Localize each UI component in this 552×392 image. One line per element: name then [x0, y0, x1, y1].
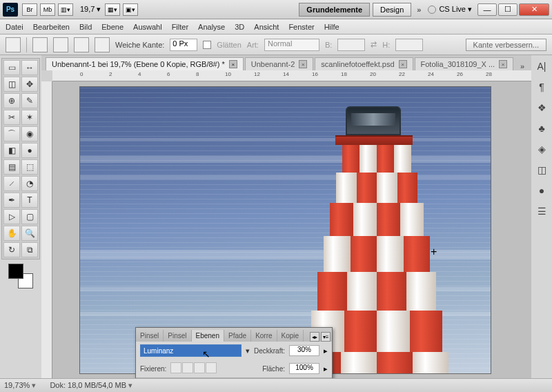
- antialias-checkbox[interactable]: [203, 41, 211, 49]
- window-maximize[interactable]: ☐: [498, 3, 518, 16]
- fill-slider-icon[interactable]: ▸: [324, 364, 328, 373]
- opacity-slider-icon[interactable]: ▸: [324, 346, 328, 355]
- menubar: Datei Bearbeiten Bild Ebene Auswahl Filt…: [0, 19, 552, 35]
- tool-10[interactable]: ◧: [3, 143, 20, 158]
- panel-tab-korre[interactable]: Korre: [251, 330, 277, 342]
- tool-5[interactable]: ✎: [21, 93, 38, 108]
- doc-tab-4[interactable]: Fotolia_3018109_X ...×: [415, 57, 514, 70]
- feather-input[interactable]: 0 Px: [170, 39, 197, 51]
- menu-hilfe[interactable]: Hilfe: [324, 23, 339, 31]
- app-logo[interactable]: Ps: [3, 3, 18, 17]
- tool-6[interactable]: ✂: [3, 110, 20, 125]
- tool-16[interactable]: ✒: [3, 193, 20, 208]
- fill-input[interactable]: 100%: [289, 363, 319, 374]
- right-icon-1[interactable]: ¶: [534, 80, 549, 94]
- menu-datei[interactable]: Datei: [6, 23, 23, 31]
- cs-live-button[interactable]: CS Live ▾: [428, 5, 472, 14]
- dropdown-arrow-icon[interactable]: ▾: [246, 346, 250, 355]
- workspace-more[interactable]: »: [414, 6, 424, 14]
- menu-bild[interactable]: Bild: [79, 23, 92, 31]
- menu-filter[interactable]: Filter: [172, 23, 188, 31]
- panel-collapse-icon[interactable]: ◂▸: [310, 332, 319, 342]
- screenmode-button[interactable]: ▣▾: [123, 3, 138, 16]
- lock-buttons[interactable]: [170, 362, 217, 375]
- tool-14[interactable]: ⟋: [3, 176, 20, 191]
- panel-menu-icon[interactable]: ▾≡: [321, 332, 331, 342]
- tool-15[interactable]: ◔: [21, 176, 38, 191]
- tool-preset-icon[interactable]: [6, 37, 21, 52]
- doc-tab-3[interactable]: scanlinefotoeffekt.psd×: [315, 57, 413, 70]
- panel-tab-kopie[interactable]: Kopie: [277, 330, 304, 342]
- arrange-button[interactable]: ▦▾: [105, 3, 120, 16]
- right-icon-2[interactable]: ❖: [534, 101, 549, 115]
- right-icon-3[interactable]: ♣: [534, 121, 549, 135]
- canvas[interactable]: + Pinsel Pinsel Ebenen Pfade Korre Kopie…: [52, 81, 531, 378]
- menu-3d[interactable]: 3D: [235, 23, 244, 31]
- sel-add-icon[interactable]: [53, 37, 68, 52]
- right-icon-0[interactable]: A|: [534, 59, 549, 73]
- tool-17[interactable]: T: [21, 193, 38, 208]
- opacity-input[interactable]: 30%: [289, 345, 319, 356]
- doc-tab-1[interactable]: Unbenannt-1 bei 19,7% (Ebene 0 Kopie, RG…: [46, 57, 244, 70]
- tool-0[interactable]: ▭: [3, 60, 20, 75]
- ruler-mark: 28: [486, 71, 492, 77]
- panel-tab-pinsel1[interactable]: Pinsel: [136, 330, 164, 342]
- sel-int-icon[interactable]: [95, 37, 110, 52]
- close-icon[interactable]: ×: [299, 60, 307, 68]
- tool-22[interactable]: ↻: [3, 242, 20, 257]
- close-icon[interactable]: ×: [499, 60, 507, 68]
- workspace-design[interactable]: Design: [373, 3, 411, 17]
- color-swatches[interactable]: [8, 264, 33, 288]
- doc-tab-2[interactable]: Unbenannt-2×: [245, 57, 314, 70]
- tool-23[interactable]: ⧉: [21, 242, 38, 257]
- tool-7[interactable]: ✶: [21, 110, 38, 125]
- layers-panel[interactable]: Pinsel Pinsel Ebenen Pfade Korre Kopie ◂…: [135, 327, 333, 378]
- sel-sub-icon[interactable]: [74, 37, 89, 52]
- panel-tab-pfade[interactable]: Pfade: [224, 330, 251, 342]
- tool-13[interactable]: ⬚: [21, 159, 38, 175]
- panel-tab-ebenen[interactable]: Ebenen: [192, 330, 224, 342]
- tool-21[interactable]: 🔍: [21, 226, 38, 241]
- minibridge-button[interactable]: Mb: [40, 3, 55, 16]
- tool-9[interactable]: ◉: [21, 126, 38, 141]
- tool-12[interactable]: ▤: [3, 159, 20, 175]
- menu-ebene[interactable]: Ebene: [101, 23, 124, 31]
- refine-edge-button[interactable]: Kante verbessern...: [466, 39, 546, 51]
- window-minimize[interactable]: —: [477, 3, 497, 16]
- tool-8[interactable]: ⌒: [3, 126, 20, 141]
- tool-2[interactable]: ◫: [3, 77, 20, 92]
- bridge-button[interactable]: Br: [22, 3, 37, 16]
- right-icon-6[interactable]: ●: [534, 184, 549, 197]
- blend-mode-dropdown[interactable]: Luminanz: [140, 344, 241, 357]
- menu-fenster[interactable]: Fenster: [288, 23, 314, 31]
- menu-bearbeiten[interactable]: Bearbeiten: [33, 23, 70, 31]
- status-zoom[interactable]: 19,73%: [4, 381, 36, 390]
- right-icon-4[interactable]: ◈: [534, 142, 549, 156]
- close-icon[interactable]: ×: [229, 60, 237, 68]
- menu-ansicht[interactable]: Ansicht: [254, 23, 279, 31]
- workspace-grundelemente[interactable]: Grundelemente: [299, 3, 370, 17]
- tool-20[interactable]: ✋: [3, 226, 20, 241]
- panel-tab-pinsel2[interactable]: Pinsel: [164, 330, 191, 342]
- tabs-overflow[interactable]: »: [518, 62, 527, 70]
- ruler-horizontal[interactable]: 0246810121416182022242628: [52, 70, 531, 81]
- tool-3[interactable]: ✥: [21, 77, 38, 92]
- menu-analyse[interactable]: Analyse: [198, 23, 225, 31]
- tool-18[interactable]: ▷: [3, 209, 20, 224]
- window-close[interactable]: ✕: [519, 3, 549, 16]
- status-docsize[interactable]: Dok: 18,0 MB/54,0 MB: [50, 381, 132, 390]
- view-extras-button[interactable]: ▥▾: [58, 3, 73, 16]
- tool-11[interactable]: ●: [21, 143, 38, 158]
- sel-new-icon[interactable]: [32, 37, 48, 52]
- right-icon-5[interactable]: ◫: [534, 163, 549, 177]
- ruler-vertical[interactable]: [41, 81, 52, 378]
- style-dropdown[interactable]: Normal: [264, 39, 319, 51]
- close-icon[interactable]: ×: [399, 60, 407, 68]
- zoom-level[interactable]: 19,7 ▾: [80, 5, 101, 14]
- menu-auswahl[interactable]: Auswahl: [133, 23, 162, 31]
- foreground-color[interactable]: [8, 264, 23, 279]
- tool-19[interactable]: ▢: [21, 209, 38, 224]
- tool-4[interactable]: ⊕: [3, 93, 20, 108]
- right-icon-7[interactable]: ☰: [534, 204, 549, 218]
- tool-1[interactable]: ↔: [21, 60, 38, 75]
